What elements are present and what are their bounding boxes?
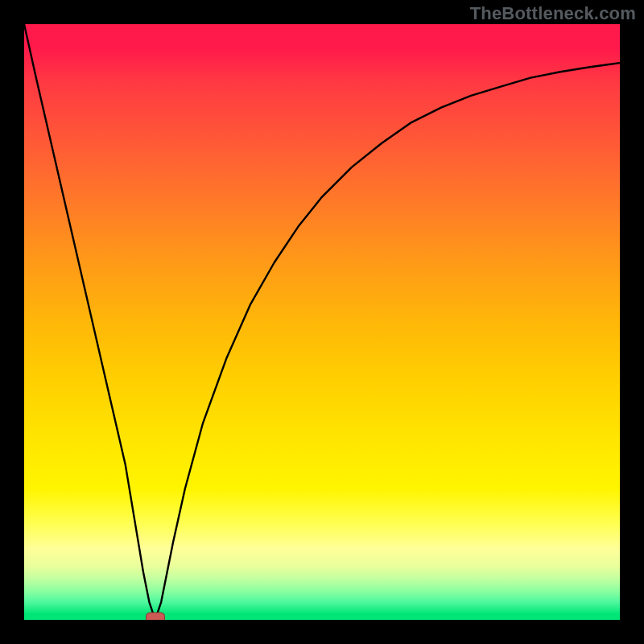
watermark-text: TheBottleneck.com bbox=[470, 3, 636, 24]
plot-area bbox=[24, 24, 620, 620]
background-gradient bbox=[24, 24, 620, 620]
minimum-marker bbox=[146, 613, 165, 621]
chart-frame: TheBottleneck.com bbox=[0, 0, 644, 644]
